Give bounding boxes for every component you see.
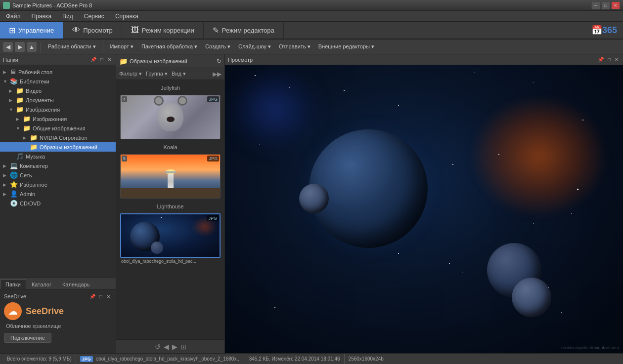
- group-button[interactable]: Группа ▾: [146, 71, 168, 77]
- tree-item-music[interactable]: 🎵 Музыка: [0, 152, 116, 161]
- thumbnail-lighthouse: JPG: [120, 213, 221, 258]
- list-item[interactable]: 5 JPG: [120, 154, 221, 199]
- menu-service[interactable]: Сервис: [81, 12, 107, 21]
- thumbnail-koala: 5 JPG: [120, 154, 221, 199]
- expand-icon: ▼: [16, 126, 21, 131]
- tab-calendar[interactable]: Календарь: [57, 280, 95, 289]
- slideshow-button[interactable]: Слайд-шоу ▾: [235, 42, 274, 51]
- external-button[interactable]: Внешние редакторы ▾: [315, 42, 377, 51]
- status-filename: oboi_dlya_rabochego_stola_hd_pack_krasiv…: [96, 356, 241, 362]
- create-button[interactable]: Создать ▾: [202, 42, 233, 51]
- tree-item-desktop[interactable]: ▶ 🖥 Рабочий стол: [0, 67, 116, 77]
- preview-close-button[interactable]: ✕: [613, 57, 620, 62]
- tree-item-admin[interactable]: ▶ 👤 Admin: [0, 189, 116, 199]
- tree-label-images: Изображения: [26, 107, 60, 113]
- seedrive-connect-button[interactable]: Подключение: [4, 333, 51, 343]
- view-button[interactable]: Вид ▾: [172, 71, 186, 77]
- tree-label-admin: Admin: [20, 191, 35, 197]
- status-dimensions: 2560x1600x24b: [345, 354, 388, 364]
- nebula-blue: [225, 65, 324, 154]
- pencil-icon: ✎: [213, 26, 219, 35]
- tree-item-video[interactable]: ▶ 📁 Видео: [0, 86, 116, 95]
- filter-button[interactable]: Фильтр ▾: [119, 71, 142, 77]
- mode-correct[interactable]: 🖼 Режим коррекции: [122, 22, 204, 39]
- mode-365-badge[interactable]: 📅 365: [585, 22, 623, 39]
- app-icon: [3, 2, 10, 9]
- tree-item-shared[interactable]: ▼ 📁 Общие изображения: [0, 123, 116, 133]
- thumb-ext-lighthouse: JPG: [207, 215, 219, 221]
- tree-item-computer[interactable]: ▶ 💻 Компьютер: [0, 161, 116, 170]
- preview-float-button[interactable]: □: [606, 57, 612, 62]
- tree-label-libraries: Библиотеки: [20, 79, 49, 84]
- expand-icon: ▼: [9, 107, 14, 112]
- tree-label-documents: Документы: [26, 97, 54, 103]
- workspaces-button[interactable]: Рабочие области ▾: [45, 42, 99, 51]
- seedrive-close-button[interactable]: ✕: [105, 294, 112, 299]
- preview-pin-button[interactable]: 📌: [596, 57, 605, 62]
- nav-back-button[interactable]: ◀: [3, 42, 13, 52]
- list-item[interactable]: JPG oboi_dlya_rabochego_stola_hd_pac...: [120, 213, 221, 264]
- seedrive-float-button[interactable]: □: [98, 294, 104, 299]
- tree-item-favorites[interactable]: ▶ ⭐ Избранное: [0, 180, 116, 189]
- mode-manage[interactable]: ⊞ Управление: [0, 22, 63, 39]
- minimize-button[interactable]: ─: [591, 1, 600, 9]
- tree-item-libraries[interactable]: ▼ 📚 Библиотеки: [0, 77, 116, 86]
- tree-item-network[interactable]: ▶ 🌐 Сеть: [0, 170, 116, 180]
- menu-file[interactable]: Файл: [3, 12, 24, 21]
- network-icon: 🌐: [10, 171, 18, 179]
- seedrive-pin-button[interactable]: 📌: [88, 294, 97, 299]
- tab-folders[interactable]: Папки: [0, 280, 26, 289]
- nav-forward-button[interactable]: ▶: [15, 42, 25, 52]
- mode-edit[interactable]: ✎ Режим редактора: [204, 22, 284, 39]
- grid-icon: ⊞: [9, 26, 15, 35]
- expand-icon: ▶: [3, 173, 8, 178]
- nav-up-button[interactable]: ▲: [27, 42, 37, 52]
- tree-item-cddvd[interactable]: 💿 CD/DVD: [0, 199, 116, 208]
- toolbar: ◀ ▶ ▲ Рабочие области ▾ Импорт ▾ Пакетна…: [0, 40, 623, 54]
- bottom-btn-4[interactable]: ⊞: [180, 343, 186, 351]
- panel-close-button[interactable]: ✕: [106, 57, 113, 62]
- files-header: 📁 Образцы изображений ↻: [116, 54, 224, 68]
- tree-item-samples[interactable]: 📁 Образцы изображений: [0, 142, 116, 152]
- tree-item-documents[interactable]: ▶ 📁 Документы: [0, 95, 116, 105]
- mode-view[interactable]: 👁 Просмотр: [63, 22, 122, 39]
- thumb-ext-jellyfish: JPG: [207, 96, 219, 102]
- panel-pin-button[interactable]: 📌: [89, 57, 98, 62]
- status-total-text: Всего элементов: 9 (5,9 МБ): [7, 356, 72, 362]
- tab-catalog[interactable]: Каталог: [26, 280, 57, 289]
- send-button[interactable]: Отправить ▾: [276, 42, 313, 51]
- batch-button[interactable]: Пакетная обработка ▾: [138, 42, 200, 51]
- music-icon: 🎵: [16, 153, 24, 160]
- seedrive-controls: 📌 □ ✕: [88, 294, 112, 299]
- planet-large: [309, 129, 428, 248]
- list-item[interactable]: 4 JPG: [120, 95, 221, 139]
- watermark: realmicropolis.deviantart.com: [561, 345, 619, 350]
- tree-label-desktop: Рабочий стол: [18, 69, 52, 75]
- tree-item-images[interactable]: ▼ 📁 Изображения: [0, 105, 116, 114]
- close-button[interactable]: ✕: [611, 1, 620, 9]
- preview-area: realmicropolis.deviantart.com: [225, 65, 623, 353]
- panel-float-button[interactable]: □: [99, 57, 105, 62]
- cddvd-icon: 💿: [10, 200, 18, 207]
- badge-365-icon: 📅: [591, 25, 602, 36]
- bottom-btn-2[interactable]: ◀: [164, 343, 169, 351]
- expand-icon: ▼: [3, 79, 8, 84]
- bottom-btn-1[interactable]: ↺: [155, 343, 161, 351]
- tree-item-nvidia[interactable]: ▶ 📁 NVIDIA Corporation: [0, 133, 116, 142]
- lighthouse-cap: [165, 171, 176, 173]
- menu-help[interactable]: Справка: [112, 12, 141, 21]
- import-button[interactable]: Импорт ▾: [107, 42, 137, 51]
- admin-icon: 👤: [10, 190, 18, 198]
- subbar-expand-button[interactable]: ▶▶: [213, 71, 222, 78]
- lighthouse-ground: [121, 188, 220, 198]
- expand-icon: ▶: [23, 135, 28, 140]
- maximize-button[interactable]: □: [601, 1, 610, 9]
- bottom-btn-3[interactable]: ▶: [172, 343, 178, 351]
- tree-label-samples: Образцы изображений: [40, 144, 97, 150]
- tree-item-images2[interactable]: ▶ 📁 Изображения: [0, 114, 116, 123]
- status-file: JPG oboi_dlya_rabochego_stola_hd_pack_kr…: [76, 354, 245, 364]
- seedrive-logo-icon: ☁: [4, 302, 22, 320]
- refresh-button[interactable]: ↻: [217, 58, 222, 65]
- menu-view[interactable]: Вид: [59, 12, 76, 21]
- menu-edit[interactable]: Правка: [29, 12, 55, 21]
